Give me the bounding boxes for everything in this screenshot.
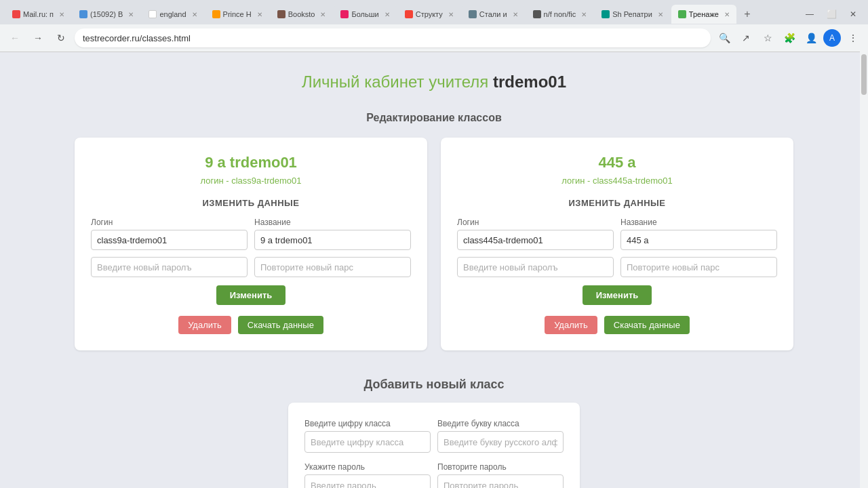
tab-icon-google bbox=[149, 10, 157, 18]
tab-label-bolsh: Больши bbox=[351, 10, 378, 18]
password-input-1[interactable] bbox=[457, 257, 614, 277]
form-group-password-0 bbox=[91, 257, 248, 277]
form-row-password-0 bbox=[91, 257, 411, 277]
add-form-group-password-confirm: Повторите пароль bbox=[437, 462, 564, 488]
tab-close-trener[interactable]: ✕ bbox=[724, 11, 730, 18]
classes-grid: 9 а trdemo01 логин - class9a-trdemo01 ИЗ… bbox=[75, 138, 793, 350]
password-confirm-input-0[interactable] bbox=[254, 257, 411, 277]
delete-button-1[interactable]: Удалить bbox=[545, 316, 597, 334]
download-button-0[interactable]: Скачать данные bbox=[238, 316, 323, 334]
form-row-login-name-1: Логин Название bbox=[457, 218, 777, 250]
class-card-1: 445 а логин - class445a-trdemo01 ИЗМЕНИТ… bbox=[441, 138, 793, 350]
back-button[interactable]: ← bbox=[5, 28, 24, 47]
tab-close-book[interactable]: ✕ bbox=[320, 11, 326, 18]
tab-close-struct[interactable]: ✕ bbox=[448, 11, 454, 18]
extensions-icon[interactable]: 🧩 bbox=[780, 28, 799, 47]
form-group-name-0: Название bbox=[254, 218, 411, 250]
letter-input[interactable] bbox=[437, 431, 564, 453]
save-button-0[interactable]: Изменить bbox=[216, 285, 286, 305]
page-title-user: trdemo01 bbox=[493, 73, 566, 91]
delete-button-0[interactable]: Удалить bbox=[178, 316, 231, 334]
tab-icon-struct bbox=[405, 10, 413, 18]
tab-label-google: england bbox=[159, 10, 186, 18]
tab-struct[interactable]: Структу ✕ bbox=[398, 5, 460, 24]
tab-icon-trener bbox=[678, 10, 686, 18]
address-input[interactable] bbox=[75, 28, 711, 47]
add-password-confirm-input[interactable] bbox=[437, 474, 564, 488]
share-icon[interactable]: ↗ bbox=[736, 28, 755, 47]
tab-google[interactable]: england ✕ bbox=[142, 5, 203, 24]
add-password-confirm-label: Повторите пароль bbox=[437, 462, 564, 472]
tab-controls: — ⬜ ✕ bbox=[800, 5, 863, 24]
digit-input[interactable] bbox=[304, 431, 431, 453]
tab-mail[interactable]: Mail.ru: п ✕ bbox=[5, 5, 71, 24]
tab-close-nonfic[interactable]: ✕ bbox=[581, 11, 587, 18]
download-button-1[interactable]: Скачать данные bbox=[604, 316, 690, 334]
class-login-value-0: class9a-trdemo01 bbox=[231, 176, 301, 186]
tab-close-repatr[interactable]: ✕ bbox=[658, 11, 663, 18]
page-content: Личный кабинет учителя trdemo01 Редактир… bbox=[61, 52, 807, 488]
tab-close-mail[interactable]: ✕ bbox=[59, 11, 64, 18]
profile-icon[interactable]: 👤 bbox=[802, 28, 821, 47]
tab-icon-nonfic bbox=[533, 10, 541, 18]
add-form-row-digit-letter: Введите цифру класса Введите букву класс… bbox=[304, 419, 564, 453]
tab-icon-mail bbox=[12, 10, 20, 18]
form-row-login-name-0: Логин Название bbox=[91, 218, 411, 250]
scrollbar[interactable] bbox=[860, 52, 868, 488]
new-tab-button[interactable]: + bbox=[738, 5, 757, 24]
password-input-0[interactable] bbox=[91, 257, 248, 277]
search-icon[interactable]: 🔍 bbox=[715, 28, 734, 47]
letter-label: Введите букву класса bbox=[437, 419, 564, 428]
digit-label: Введите цифру класса bbox=[304, 419, 431, 428]
tab-stali[interactable]: Стали и ✕ bbox=[462, 5, 525, 24]
maximize-button[interactable]: ⬜ bbox=[822, 5, 841, 24]
menu-icon[interactable]: ⋮ bbox=[844, 28, 863, 47]
toolbar-right: 🔍 ↗ ☆ 🧩 👤 A ⋮ bbox=[715, 28, 863, 47]
forward-button[interactable]: → bbox=[28, 28, 47, 47]
form-group-password-confirm-1 bbox=[620, 257, 777, 277]
tab-close-google[interactable]: ✕ bbox=[192, 11, 197, 18]
tab-email[interactable]: (15092) В ✕ bbox=[73, 5, 140, 24]
minimize-button[interactable]: — bbox=[800, 5, 819, 24]
tab-label-struct: Структу bbox=[416, 10, 443, 18]
tab-label-email: (15092) В bbox=[90, 10, 123, 18]
tab-trener[interactable]: Тренаже ✕ bbox=[671, 5, 736, 24]
tab-nonfic[interactable]: n/f non/fic ✕ bbox=[526, 5, 594, 24]
class-login-value-1: class445a-trdemo01 bbox=[593, 176, 673, 186]
name-input-1[interactable] bbox=[620, 230, 777, 250]
tab-close-bolsh[interactable]: ✕ bbox=[384, 11, 390, 18]
close-window-button[interactable]: ✕ bbox=[844, 5, 863, 24]
tab-bolsh[interactable]: Больши ✕ bbox=[334, 5, 396, 24]
tab-book[interactable]: Booksto ✕ bbox=[271, 5, 333, 24]
login-input-0[interactable] bbox=[91, 230, 248, 250]
form-group-password-confirm-0 bbox=[254, 257, 411, 277]
name-input-0[interactable] bbox=[254, 230, 411, 250]
tab-close-email[interactable]: ✕ bbox=[128, 11, 134, 18]
add-password-label: Укажите пароль bbox=[304, 462, 431, 472]
form-group-login-0: Логин bbox=[91, 218, 248, 250]
scrollbar-thumb[interactable] bbox=[861, 54, 867, 95]
tab-label-prince: Prince H bbox=[223, 10, 252, 18]
tab-close-prince[interactable]: ✕ bbox=[257, 11, 262, 18]
login-input-1[interactable] bbox=[457, 230, 614, 250]
add-form-group-letter: Введите букву класса bbox=[437, 419, 564, 453]
add-class-title: Добавить новый класс bbox=[75, 378, 793, 392]
password-confirm-input-1[interactable] bbox=[620, 257, 777, 277]
card-actions-0: Удалить Скачать данные bbox=[91, 316, 411, 334]
tab-icon-repatr bbox=[601, 10, 610, 18]
tab-repatr[interactable]: Sh Репатри ✕ bbox=[595, 5, 670, 24]
browser-chrome: Mail.ru: п ✕ (15092) В ✕ england ✕ Princ… bbox=[0, 0, 868, 52]
tab-icon-prince bbox=[212, 10, 220, 18]
tab-label-stali: Стали и bbox=[479, 10, 507, 18]
user-avatar[interactable]: A bbox=[823, 29, 841, 47]
card-actions-1: Удалить Скачать данные bbox=[457, 316, 777, 334]
form-group-login-1: Логин bbox=[457, 218, 614, 250]
section-title: Редактирование классов bbox=[75, 112, 793, 124]
add-password-input[interactable] bbox=[304, 474, 431, 488]
tab-prince[interactable]: Prince H ✕ bbox=[205, 5, 269, 24]
save-button-1[interactable]: Изменить bbox=[583, 285, 652, 305]
add-form-group-password: Укажите пароль bbox=[304, 462, 431, 488]
bookmark-icon[interactable]: ☆ bbox=[758, 28, 777, 47]
tab-close-stali[interactable]: ✕ bbox=[513, 11, 518, 18]
refresh-button[interactable]: ↻ bbox=[52, 28, 71, 47]
